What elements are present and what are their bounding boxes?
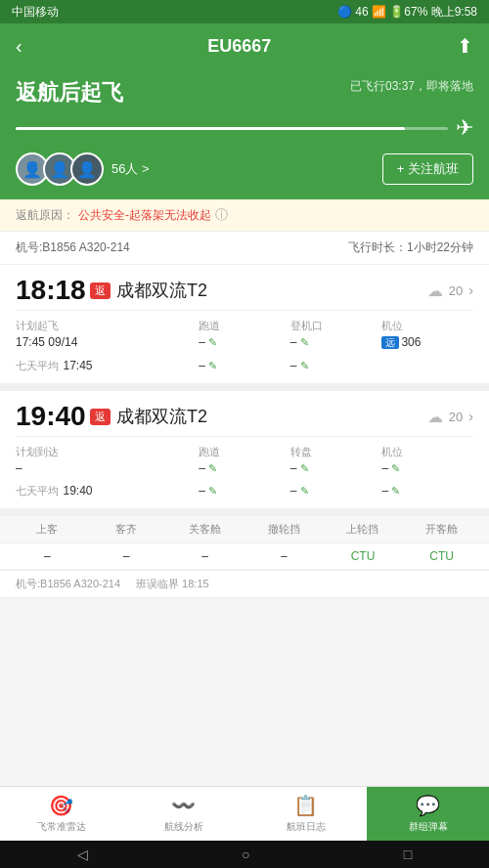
nav-log-label: 航班日志 — [287, 820, 326, 834]
warning-bar: 返航原因： 公共安全-起落架无法收起 ⓘ — [0, 199, 489, 232]
data-close-cabin: – — [165, 549, 244, 563]
avg-label-arrive: 七天平均 — [16, 485, 59, 497]
gate-value: – ✎ — [290, 335, 382, 349]
arrival-avg-row: 七天平均 19:40 – ✎ – ✎ – ✎ — [16, 481, 473, 499]
data-remove-chock: – — [244, 549, 324, 563]
radar-icon: 🎯 — [49, 794, 73, 817]
nav-route-label: 航线分析 — [164, 820, 203, 834]
departure-block: 18:18 返 成都双流T2 ☁ 20 › 计划起飞 17:45 09/14 跑… — [0, 265, 489, 391]
followers-row: 👤 👤 👤 56人 > + 关注航班 — [16, 152, 473, 186]
android-navbar: ◁ ○ □ — [0, 841, 489, 868]
departure-avg-row: 七天平均 17:45 – ✎ – ✎ — [16, 356, 473, 373]
departure-weather-icon: ☁ — [427, 282, 443, 300]
turntable-value: – ✎ — [290, 461, 382, 475]
back-button[interactable]: ‹ — [16, 35, 22, 58]
boarding-header-row: 上客 客齐 关客舱 撤轮挡 上轮挡 开客舱 — [0, 516, 489, 543]
plane-icon: ✈ — [456, 115, 473, 141]
avg-arr-position-edit-icon[interactable]: ✎ — [391, 485, 400, 497]
android-back-button[interactable]: ◁ — [77, 846, 88, 862]
avg-arr-turntable-edit-icon[interactable]: ✎ — [300, 485, 309, 497]
header-open-cabin: 开客舱 — [402, 522, 481, 537]
flight-duration-text: 已飞行03:37，即将落地 — [350, 78, 473, 95]
share-button[interactable]: ⬆ — [457, 34, 473, 58]
turntable-edit-icon[interactable]: ✎ — [300, 462, 309, 474]
progress-bar — [16, 127, 448, 130]
avatars-group: 👤 👤 👤 — [16, 152, 104, 186]
data-set-chock: CTU — [324, 549, 403, 563]
avg-arr-runway-edit-icon[interactable]: ✎ — [208, 485, 217, 497]
boarding-table: 上客 客齐 关客舱 撤轮挡 上轮挡 开客舱 – – – – CTU CTU 机号… — [0, 516, 489, 598]
nav-group-label: 群组弹幕 — [409, 820, 448, 834]
nav-route[interactable]: 〰️ 航线分析 — [122, 787, 244, 841]
position-value: 远306 — [381, 335, 473, 350]
progress-fill — [16, 127, 405, 130]
departure-airport: 成都双流T2 — [116, 279, 207, 302]
header-remove-chock: 撤轮挡 — [244, 522, 324, 537]
avg-gate-edit-icon[interactable]: ✎ — [300, 360, 309, 371]
remote-badge: 远 — [381, 336, 399, 349]
runway-label: 跑道 — [199, 319, 290, 333]
departure-time: 18:18 — [16, 275, 86, 306]
nav-group[interactable]: 💬 群组弹幕 — [367, 787, 489, 841]
aircraft-info: 机号:B1856 A320-214 — [16, 239, 130, 256]
info-icon[interactable]: ⓘ — [215, 206, 228, 224]
avg-runway-edit-icon[interactable]: ✎ — [208, 360, 217, 371]
arrival-block: 19:40 返 成都双流T2 ☁ 20 › 计划到达 – 跑道 – ✎ 转盘 – — [0, 391, 489, 516]
android-home-button[interactable]: ○ — [242, 846, 249, 862]
status-icons: 🔵 46 📶 🔋67% 晚上9:58 — [337, 4, 477, 21]
bottom-nav: 🎯 飞常准雷达 〰️ 航线分析 📋 航班日志 💬 群组弹幕 — [0, 786, 489, 841]
arr-position-value: – ✎ — [381, 461, 473, 475]
nav-radar[interactable]: 🎯 飞常准雷达 — [0, 787, 122, 841]
departure-details: 计划起飞 17:45 09/14 跑道 – ✎ 登机口 – ✎ 机位 远306 — [16, 310, 473, 354]
sub-aircraft-info: 机号:B1856 A320-214 — [16, 577, 120, 591]
arr-runway-label: 跑道 — [199, 445, 290, 459]
avg-gate-depart: – ✎ — [290, 359, 309, 372]
arr-runway-edit-icon[interactable]: ✎ — [208, 462, 217, 474]
header-set-chock: 上轮挡 — [324, 522, 403, 537]
android-recents-button[interactable]: □ — [404, 846, 412, 862]
avg-arr-runway: – ✎ — [199, 484, 217, 498]
arr-position-label: 机位 — [381, 445, 473, 459]
avg-runway-depart: – ✎ — [199, 359, 217, 372]
arrival-temp: 20 — [449, 410, 463, 424]
warning-label: 返航原因： — [16, 207, 74, 224]
status-bar: 中国移动 🔵 46 📶 🔋67% 晚上9:58 — [0, 0, 489, 23]
planned-depart-label: 计划起飞 — [16, 319, 199, 333]
followers-count[interactable]: 56人 > — [111, 160, 150, 178]
group-icon: 💬 — [416, 794, 440, 817]
follow-button[interactable]: + 关注航班 — [382, 153, 473, 185]
flight-banner: 返航后起飞 已飞行03:37，即将落地 ✈ 👤 👤 👤 56人 > + 关注航班 — [0, 68, 489, 199]
data-ready: – — [87, 549, 166, 563]
arr-position-edit-icon[interactable]: ✎ — [391, 462, 400, 474]
header-close-cabin: 关客舱 — [165, 522, 244, 537]
position-label: 机位 — [381, 319, 473, 333]
avg-label-depart: 七天平均 — [16, 360, 59, 371]
sub-critical-time: 班误临界 18:15 — [136, 577, 209, 591]
avg-arr-position: – ✎ — [381, 484, 400, 498]
header: ‹ EU6667 ⬆ — [0, 23, 489, 68]
nav-log[interactable]: 📋 航班日志 — [244, 787, 367, 841]
runway-edit-icon[interactable]: ✎ — [208, 336, 217, 348]
avg-value-arrive: 19:40 — [63, 484, 92, 498]
flight-meta: 机号:B1856 A320-214 飞行时长：1小时22分钟 — [0, 232, 489, 265]
departure-tag: 返 — [90, 282, 111, 299]
flight-number: EU6667 — [207, 36, 271, 57]
departure-temp: 20 — [449, 283, 463, 298]
data-boarding: – — [8, 549, 87, 563]
arrival-details: 计划到达 – 跑道 – ✎ 转盘 – ✎ 机位 – ✎ — [16, 436, 473, 479]
arr-runway-value: – ✎ — [199, 461, 290, 475]
arrival-chevron-icon[interactable]: › — [468, 409, 473, 424]
sub-meta-row: 机号:B1856 A320-214 班误临界 18:15 — [0, 570, 489, 597]
header-ready: 客齐 — [87, 522, 166, 537]
arrival-tag: 返 — [90, 409, 111, 425]
flight-progress: ✈ — [16, 115, 473, 141]
arrival-time: 19:40 — [16, 401, 86, 432]
arrival-weather-icon: ☁ — [427, 408, 443, 426]
flight-duration: 飞行时长：1小时22分钟 — [348, 239, 473, 256]
gate-edit-icon[interactable]: ✎ — [300, 336, 309, 348]
planned-arrive-label: 计划到达 — [16, 445, 199, 459]
turntable-label: 转盘 — [290, 445, 382, 459]
nav-radar-label: 飞常准雷达 — [37, 820, 86, 834]
departure-chevron-icon[interactable]: › — [468, 282, 473, 298]
avg-arr-turntable: – ✎ — [290, 484, 309, 498]
